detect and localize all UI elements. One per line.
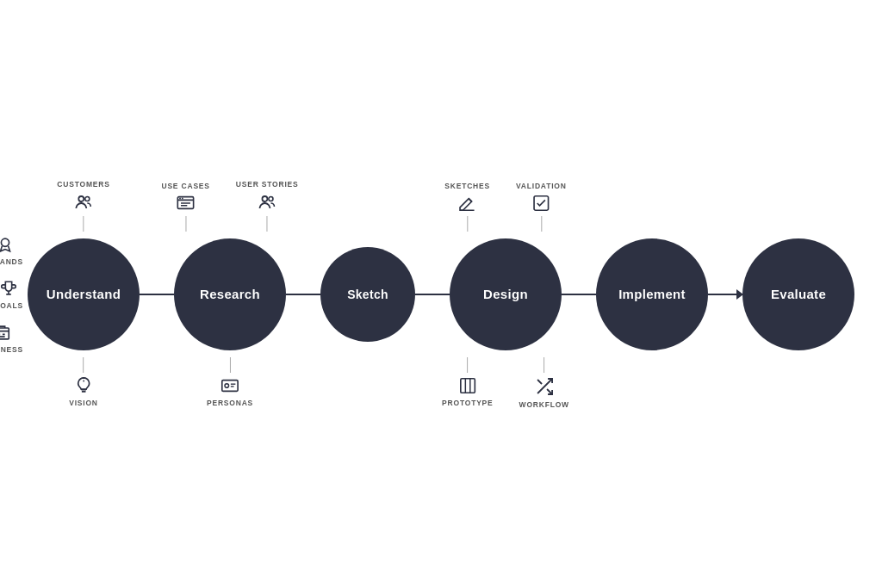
- sketch-node: Sketch: [320, 247, 415, 342]
- connector-2: [286, 294, 320, 295]
- svg-rect-1: [0, 328, 9, 339]
- brands-annotation: BRANDS: [0, 235, 23, 265]
- user-stories-label: USER STORIES: [236, 180, 299, 189]
- svg-point-2: [78, 196, 84, 201]
- validation-label: VALIDATION: [516, 182, 567, 190]
- workflow-label: WORKFLOW: [519, 400, 569, 409]
- prototype-annotation: PROTOTYPE: [442, 357, 493, 407]
- research-circle[interactable]: Research: [174, 238, 286, 350]
- goals-icon: [0, 279, 18, 298]
- understand-node: BRANDS GOALS BUSINESS: [28, 238, 140, 350]
- workflow-icon: [534, 376, 555, 397]
- sketches-label: SKETCHES: [444, 182, 490, 190]
- goals-label: GOALS: [0, 300, 23, 309]
- diagram-container: BRANDS GOALS BUSINESS: [19, 238, 863, 350]
- vision-label: VISION: [69, 399, 98, 407]
- design-circle[interactable]: Design: [450, 238, 562, 350]
- connector-4: [562, 294, 596, 295]
- vision-connector: [84, 357, 84, 373]
- connector-1: [140, 294, 174, 295]
- research-node: USE CASES USER STORIES: [174, 238, 286, 350]
- svg-point-12: [269, 196, 273, 201]
- personas-connector: [229, 357, 230, 373]
- implement-node: Implement: [596, 238, 708, 350]
- validation-annotation: VALIDATION: [516, 182, 567, 232]
- prototype-icon: [458, 376, 477, 395]
- use-cases-annotation: USE CASES: [161, 182, 209, 232]
- personas-label: PERSONAS: [207, 399, 253, 407]
- understand-circle[interactable]: Understand: [28, 238, 140, 350]
- implement-circle[interactable]: Implement: [596, 238, 708, 350]
- validation-connector: [541, 216, 542, 232]
- evaluate-circle[interactable]: Evaluate: [742, 238, 854, 350]
- validation-icon: [531, 194, 550, 213]
- sketches-connector: [467, 216, 468, 232]
- goals-annotation: GOALS: [0, 279, 23, 309]
- brands-icon: [0, 235, 15, 254]
- design-node: SKETCHES VALIDATION: [450, 238, 562, 350]
- customers-connector: [83, 216, 84, 232]
- svg-point-0: [2, 238, 9, 246]
- svg-point-14: [225, 383, 229, 387]
- personas-icon: [220, 376, 239, 395]
- use-cases-connector: [185, 216, 186, 232]
- evaluate-node: Evaluate: [742, 238, 854, 350]
- business-label: BUSINESS: [0, 344, 23, 353]
- prototype-label: PROTOTYPE: [442, 399, 493, 407]
- connector-arrow: [708, 294, 742, 295]
- connector-3: [415, 294, 450, 295]
- business-icon: [0, 323, 11, 342]
- user-stories-icon: [257, 192, 277, 213]
- use-cases-label: USE CASES: [161, 182, 209, 190]
- brands-label: BRANDS: [0, 257, 23, 265]
- svg-point-3: [84, 196, 89, 201]
- business-annotation: BUSINESS: [0, 323, 23, 353]
- svg-rect-19: [461, 378, 475, 393]
- customers-icon: [73, 192, 94, 213]
- vision-icon: [74, 376, 93, 395]
- sketches-icon: [458, 194, 477, 213]
- svg-point-8: [182, 197, 183, 199]
- svg-point-7: [179, 197, 181, 199]
- customers-label: CUSTOMERS: [57, 180, 109, 189]
- prototype-connector: [467, 357, 468, 373]
- user-stories-connector: [267, 216, 268, 232]
- sketch-circle[interactable]: Sketch: [320, 247, 415, 342]
- workflow-connector: [543, 357, 544, 373]
- sketches-annotation: SKETCHES: [444, 182, 490, 232]
- svg-point-11: [262, 196, 267, 201]
- use-cases-icon: [177, 194, 196, 213]
- user-stories-annotation: USER STORIES: [236, 180, 299, 232]
- workflow-annotation: WORKFLOW: [519, 357, 569, 409]
